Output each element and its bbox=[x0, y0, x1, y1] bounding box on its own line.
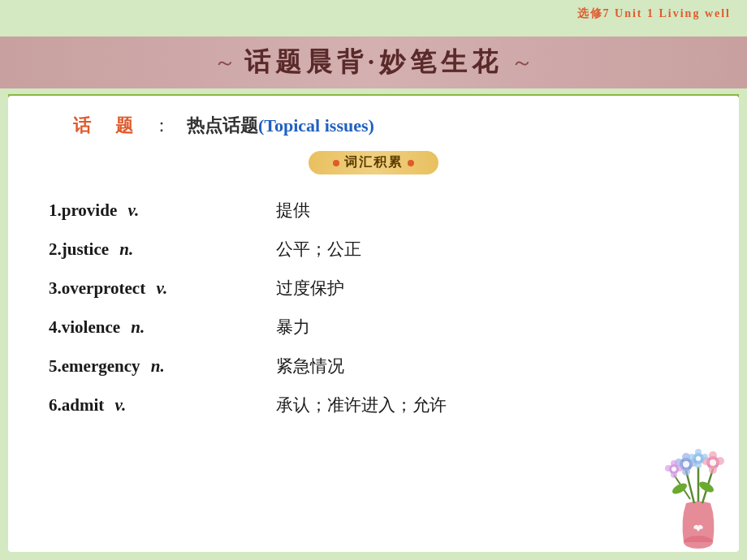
vocab-word-5: 5.emergency n. bbox=[49, 356, 244, 377]
banner: ～ 话题晨背·妙笔生花 ～ bbox=[0, 37, 747, 88]
vocab-pos-5: n. bbox=[147, 356, 165, 376]
vocab-word-6: 6.admit v. bbox=[49, 395, 244, 416]
vocab-num-5: 5. bbox=[49, 356, 62, 376]
vocab-term-2: justice bbox=[62, 239, 109, 259]
svg-point-29 bbox=[671, 472, 677, 478]
vocab-meaning-4: 暴力 bbox=[276, 316, 310, 338]
vocab-term-3: overprotect bbox=[62, 278, 145, 298]
vocab-num-2: 2. bbox=[49, 239, 62, 259]
svg-point-10 bbox=[689, 459, 697, 467]
vocab-word-3: 3.overprotect v. bbox=[49, 278, 244, 299]
svg-point-27 bbox=[665, 465, 671, 472]
badge-dot-left bbox=[333, 160, 339, 166]
topic-value: 热点话题(Topical issues) bbox=[187, 114, 374, 138]
vocab-item-5: 5.emergency n. 紧急情况 bbox=[49, 347, 739, 386]
vocab-item-1: 1.provide v. 提供 bbox=[49, 191, 739, 230]
vocab-item-3: 3.overprotect v. 过度保护 bbox=[49, 269, 739, 308]
vocab-meaning-1: 提供 bbox=[276, 199, 310, 222]
svg-point-30 bbox=[671, 467, 676, 472]
svg-point-7 bbox=[680, 458, 693, 471]
svg-point-9 bbox=[675, 459, 683, 467]
vocab-meaning-5: 紧急情况 bbox=[276, 355, 344, 377]
vocab-word-2: 2.justice n. bbox=[49, 239, 244, 260]
topic-label: 话 题 bbox=[73, 114, 136, 138]
vocab-pos-1: v. bbox=[123, 200, 139, 220]
topic-colon: ： bbox=[153, 114, 171, 138]
topic-value-cn: 热点话题 bbox=[187, 115, 258, 136]
svg-point-28 bbox=[676, 465, 683, 472]
badge-dot-right bbox=[408, 160, 414, 166]
vocab-pos-2: n. bbox=[115, 239, 133, 259]
vocab-term-5: emergency bbox=[62, 356, 140, 376]
svg-point-12 bbox=[683, 461, 689, 467]
svg-point-6 bbox=[697, 480, 715, 495]
content-area: 话 题 ： 热点话题(Topical issues) 词汇积累 1.provid… bbox=[8, 96, 739, 552]
vocab-term-6: admit bbox=[62, 395, 105, 415]
vocab-pos-6: v. bbox=[110, 395, 126, 415]
badge-text: 词汇积累 bbox=[344, 154, 403, 171]
vocab-list: 1.provide v. 提供 2.justice n. 公平；公正 3.ove… bbox=[8, 191, 739, 424]
vocab-meaning-6: 承认；准许进入；允许 bbox=[276, 394, 447, 416]
vocab-term-4: violence bbox=[62, 317, 120, 337]
course-label: 选修7 Unit 1 Living well bbox=[577, 6, 731, 21]
vocab-item-4: 4.violence n. 暴力 bbox=[49, 308, 739, 347]
topic-line: 话 题 ： 热点话题(Topical issues) bbox=[8, 96, 739, 151]
svg-point-5 bbox=[671, 481, 689, 497]
decoration-flowers bbox=[641, 422, 739, 552]
vocab-meaning-2: 公平；公正 bbox=[276, 238, 361, 261]
vocab-item-6: 6.admit v. 承认；准许进入；允许 bbox=[49, 386, 739, 424]
vocab-num-6: 6. bbox=[49, 395, 62, 415]
vocab-num-1: 1. bbox=[49, 200, 62, 220]
banner-title: 话题晨背·妙笔生花 bbox=[244, 45, 503, 80]
wave-right-icon: ～ bbox=[511, 47, 533, 78]
vocab-pos-4: n. bbox=[127, 317, 145, 337]
vocab-word-4: 4.violence n. bbox=[49, 317, 244, 338]
svg-point-22 bbox=[702, 454, 708, 460]
svg-point-13 bbox=[706, 456, 719, 469]
svg-point-25 bbox=[669, 464, 679, 474]
wave-left-icon: ～ bbox=[214, 47, 236, 78]
svg-line-4 bbox=[674, 475, 690, 499]
vocab-badge: 词汇积累 bbox=[309, 151, 438, 174]
svg-point-11 bbox=[682, 467, 690, 476]
svg-point-17 bbox=[709, 466, 717, 474]
svg-point-24 bbox=[696, 456, 701, 461]
vocab-term-1: provide bbox=[62, 200, 117, 220]
svg-point-8 bbox=[682, 453, 690, 461]
svg-point-18 bbox=[710, 459, 716, 466]
topic-value-en: (Topical issues) bbox=[258, 115, 374, 136]
vocab-num-3: 3. bbox=[49, 278, 62, 298]
vocab-meaning-3: 过度保护 bbox=[276, 277, 344, 299]
svg-point-21 bbox=[689, 454, 695, 460]
svg-point-14 bbox=[709, 451, 717, 459]
svg-point-19 bbox=[693, 453, 704, 464]
svg-point-26 bbox=[671, 460, 677, 467]
svg-point-15 bbox=[702, 457, 710, 465]
vocab-num-4: 4. bbox=[49, 317, 62, 337]
vocab-word-1: 1.provide v. bbox=[49, 200, 244, 221]
vocab-pos-3: v. bbox=[152, 278, 167, 298]
svg-line-1 bbox=[686, 471, 694, 503]
svg-point-0 bbox=[684, 536, 713, 549]
svg-line-3 bbox=[702, 469, 713, 503]
svg-point-20 bbox=[695, 449, 702, 455]
svg-point-16 bbox=[716, 457, 724, 465]
vocab-item-2: 2.justice n. 公平；公正 bbox=[49, 230, 739, 269]
svg-point-23 bbox=[695, 462, 702, 468]
